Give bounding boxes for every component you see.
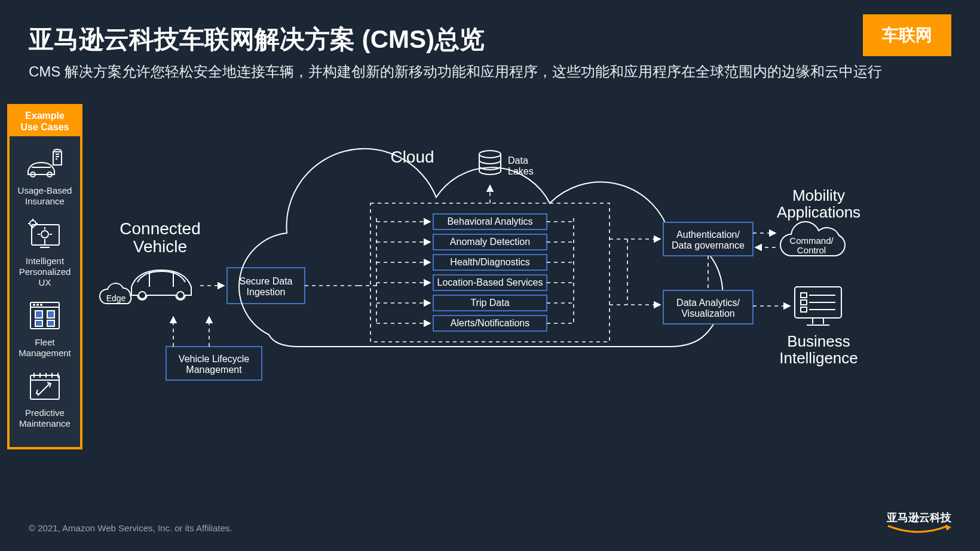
- bi-label2: Intelligence: [779, 349, 858, 367]
- usecase-label-line: Intelligent: [12, 256, 78, 267]
- usecase-label: Predictive Maintenance: [12, 408, 78, 429]
- usecase-personalized-ux: Intelligent Personalized UX: [12, 218, 78, 288]
- svg-rect-13: [30, 375, 59, 399]
- service-label: Behavioral Analytics: [447, 216, 532, 226]
- connected-vehicle-label2: Vehicle: [133, 237, 187, 256]
- logo-text: 亚马逊云科技: [887, 512, 951, 524]
- edge-label: Edge: [106, 293, 126, 303]
- usecase-predictive-maintenance: Predictive Maintenance: [12, 369, 78, 429]
- cloud-label: Cloud: [390, 148, 434, 166]
- usecase-label-line: Insurance: [12, 196, 78, 207]
- usecase-label-line: UX: [12, 277, 78, 288]
- fan-in-arrows: [359, 218, 430, 326]
- svg-rect-25: [801, 300, 807, 305]
- service-label: Anomaly Detection: [450, 237, 530, 247]
- car-icon: [131, 270, 191, 300]
- usecase-label-line: Management: [12, 348, 78, 359]
- usecase-label-line: Usage-Based: [12, 185, 78, 196]
- svg-point-7: [37, 304, 38, 305]
- sidebar-body: Usage-Based Insurance: [10, 136, 80, 447]
- mobility-label2: Applications: [777, 203, 860, 221]
- svg-rect-11: [35, 320, 42, 326]
- auth-text2: Data governance: [672, 240, 745, 250]
- svg-rect-26: [801, 307, 807, 312]
- usecase-label: Fleet Management: [12, 337, 78, 359]
- command-text: Command/: [789, 235, 834, 246]
- copyright-footer: © 2021, Amazon Web Services, Inc. or its…: [29, 523, 232, 533]
- svg-rect-10: [47, 311, 54, 318]
- fan-out-arrows: [547, 218, 574, 326]
- mobility-label: Mobility: [792, 186, 845, 204]
- architecture-diagram: Connected Vehicle Edge Secure Data Inges…: [90, 120, 962, 490]
- usecase-label-line: Fleet: [12, 337, 78, 348]
- data-lakes-text2: Lakes: [508, 166, 534, 176]
- sidebar-header-line: Example: [11, 110, 79, 121]
- dashboard-grid-icon: [23, 299, 66, 332]
- aws-china-logo: 亚马逊云科技: [886, 510, 951, 535]
- analytics-text2: Visualization: [681, 308, 735, 319]
- command-cloud-icon: Command/ Control: [780, 222, 845, 256]
- sidebar-header: Example Use Cases: [10, 106, 80, 136]
- svg-point-4: [30, 221, 36, 226]
- monitor-icon: [795, 287, 841, 325]
- secure-ingestion-text2: Ingestion: [247, 287, 286, 297]
- usecase-insurance: Usage-Based Insurance: [12, 147, 78, 207]
- analytics-text: Data Analytics/: [676, 298, 740, 308]
- svg-point-6: [33, 304, 35, 305]
- bi-label: Business: [787, 332, 850, 350]
- service-label: Trip Data: [470, 298, 509, 308]
- usecases-sidebar: Example Use Cases: [7, 104, 82, 449]
- touchscreen-icon: [23, 218, 66, 251]
- svg-point-16: [479, 151, 501, 158]
- service-label: Alerts/Notifications: [451, 318, 530, 328]
- edge-cloud-icon: Edge: [100, 283, 131, 304]
- service-label: Health/Diagnostics: [450, 257, 529, 267]
- service-label: Location-Based Services: [437, 277, 543, 287]
- svg-point-8: [41, 304, 42, 305]
- insurance-car-icon: [23, 147, 66, 180]
- command-text2: Control: [797, 245, 826, 255]
- svg-point-3: [41, 231, 48, 238]
- data-lakes-text: Data: [508, 155, 528, 166]
- usecase-label-line: Maintenance: [12, 418, 78, 429]
- usecase-fleet: Fleet Management: [12, 299, 78, 359]
- aws-smile-icon: [886, 525, 951, 535]
- svg-rect-24: [801, 293, 807, 298]
- category-badge: 车联网: [863, 14, 951, 56]
- vehicle-lifecycle-text: Vehicle Lifecycle: [179, 354, 249, 364]
- secure-ingestion-text: Secure Data: [240, 276, 293, 286]
- vehicle-lifecycle-text2: Management: [186, 365, 242, 375]
- connected-vehicle-label: Connected: [120, 219, 200, 238]
- svg-rect-12: [47, 320, 54, 326]
- svg-point-14: [139, 292, 146, 299]
- svg-point-15: [177, 292, 184, 299]
- page-subtitle: CMS 解决方案允许您轻松安全地连接车辆，并构建创新的新移动功能和应用程序，这些…: [29, 62, 882, 81]
- svg-rect-9: [35, 311, 42, 318]
- sidebar-header-line: Use Cases: [11, 121, 79, 133]
- auth-text: Authentication/: [676, 229, 740, 240]
- database-icon: [479, 151, 501, 175]
- usecase-label: Usage-Based Insurance: [12, 185, 78, 207]
- maintenance-calendar-icon: [23, 369, 66, 403]
- usecase-label-line: Personalized: [12, 267, 78, 277]
- service-nodes: Behavioral Analytics Anomaly Detection H…: [433, 214, 547, 331]
- page-title: 亚马逊云科技车联网解决方案 (CMS)总览: [29, 23, 485, 56]
- usecase-label: Intelligent Personalized UX: [12, 256, 78, 288]
- usecase-label-line: Predictive: [12, 408, 78, 418]
